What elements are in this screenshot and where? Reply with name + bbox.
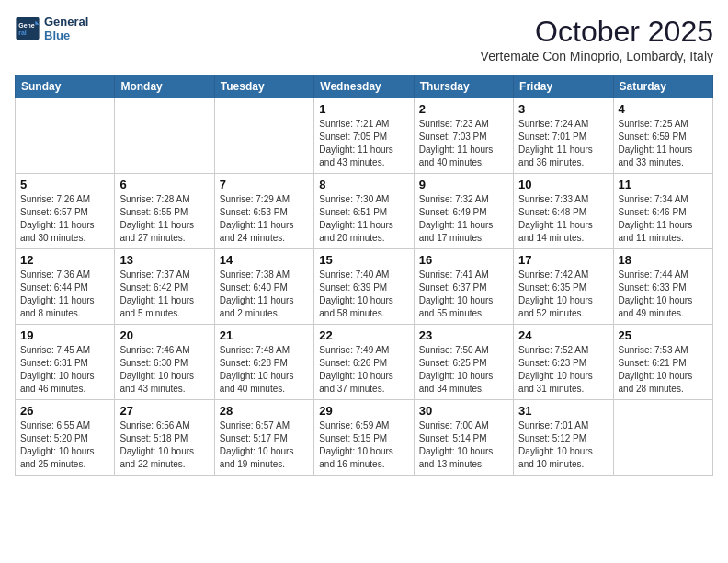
svg-text:Gene: Gene xyxy=(18,22,35,29)
weekday-header-tuesday: Tuesday xyxy=(214,75,313,98)
calendar-cell: 14Sunrise: 7:38 AM Sunset: 6:40 PM Dayli… xyxy=(214,249,313,325)
calendar-cell: 11Sunrise: 7:34 AM Sunset: 6:46 PM Dayli… xyxy=(613,174,712,249)
day-number: 9 xyxy=(419,178,508,191)
day-info: Sunrise: 6:57 AM Sunset: 5:17 PM Dayligh… xyxy=(220,419,309,471)
day-number: 18 xyxy=(619,253,708,267)
day-info: Sunrise: 7:00 AM Sunset: 5:14 PM Dayligh… xyxy=(419,419,508,471)
day-info: Sunrise: 7:40 AM Sunset: 6:39 PM Dayligh… xyxy=(319,269,408,320)
day-info: Sunrise: 7:49 AM Sunset: 6:26 PM Dayligh… xyxy=(319,344,408,396)
day-number: 4 xyxy=(619,102,708,116)
day-info: Sunrise: 7:46 AM Sunset: 6:30 PM Dayligh… xyxy=(119,344,209,396)
day-info: Sunrise: 7:33 AM Sunset: 6:48 PM Dayligh… xyxy=(518,193,608,245)
week-row-3: 12Sunrise: 7:36 AM Sunset: 6:44 PM Dayli… xyxy=(16,249,713,325)
day-info: Sunrise: 7:45 AM Sunset: 6:31 PM Dayligh… xyxy=(20,344,109,396)
day-number: 12 xyxy=(20,253,109,267)
day-info: Sunrise: 7:28 AM Sunset: 6:55 PM Dayligh… xyxy=(119,193,209,245)
day-info: Sunrise: 6:59 AM Sunset: 5:15 PM Dayligh… xyxy=(319,419,408,471)
day-number: 27 xyxy=(119,404,209,418)
day-number: 26 xyxy=(20,404,109,418)
weekday-header-sunday: Sunday xyxy=(16,75,115,98)
day-number: 15 xyxy=(319,253,408,267)
svg-text:ral: ral xyxy=(18,29,27,36)
day-info: Sunrise: 7:24 AM Sunset: 7:01 PM Dayligh… xyxy=(518,118,608,169)
day-number: 1 xyxy=(319,102,408,116)
weekday-header-thursday: Thursday xyxy=(414,75,513,98)
calendar-table: SundayMondayTuesdayWednesdayThursdayFrid… xyxy=(15,75,713,476)
calendar-cell: 22Sunrise: 7:49 AM Sunset: 6:26 PM Dayli… xyxy=(314,325,414,400)
day-number: 17 xyxy=(518,253,608,267)
calendar-cell: 8Sunrise: 7:30 AM Sunset: 6:51 PM Daylig… xyxy=(314,174,414,249)
day-number: 2 xyxy=(419,102,508,116)
calendar-cell: 9Sunrise: 7:32 AM Sunset: 6:49 PM Daylig… xyxy=(414,174,513,249)
logo-name: GeneralBlue xyxy=(44,15,88,42)
title-block: October 2025 Vertemate Con Minoprio, Lom… xyxy=(481,15,713,63)
day-number: 16 xyxy=(419,253,508,267)
calendar-cell: 3Sunrise: 7:24 AM Sunset: 7:01 PM Daylig… xyxy=(514,98,613,174)
week-row-2: 5Sunrise: 7:26 AM Sunset: 6:57 PM Daylig… xyxy=(16,174,713,249)
day-number: 25 xyxy=(619,328,708,342)
calendar-cell xyxy=(613,400,712,476)
day-number: 7 xyxy=(220,178,309,191)
calendar-cell: 29Sunrise: 6:59 AM Sunset: 5:15 PM Dayli… xyxy=(314,400,414,476)
day-info: Sunrise: 7:21 AM Sunset: 7:05 PM Dayligh… xyxy=(319,118,408,169)
day-number: 24 xyxy=(518,328,608,342)
day-info: Sunrise: 7:48 AM Sunset: 6:28 PM Dayligh… xyxy=(220,344,309,396)
weekday-header-wednesday: Wednesday xyxy=(314,75,414,98)
calendar-cell: 18Sunrise: 7:44 AM Sunset: 6:33 PM Dayli… xyxy=(613,249,712,325)
weekday-header-friday: Friday xyxy=(514,75,613,98)
weekday-header-monday: Monday xyxy=(115,75,214,98)
calendar-cell: 28Sunrise: 6:57 AM Sunset: 5:17 PM Dayli… xyxy=(214,400,313,476)
day-info: Sunrise: 6:55 AM Sunset: 5:20 PM Dayligh… xyxy=(20,419,109,471)
day-info: Sunrise: 7:41 AM Sunset: 6:37 PM Dayligh… xyxy=(419,269,508,320)
calendar-cell: 1Sunrise: 7:21 AM Sunset: 7:05 PM Daylig… xyxy=(314,98,414,174)
day-number: 22 xyxy=(319,328,408,342)
day-info: Sunrise: 7:26 AM Sunset: 6:57 PM Dayligh… xyxy=(20,193,109,245)
day-number: 19 xyxy=(20,328,109,342)
calendar-cell: 30Sunrise: 7:00 AM Sunset: 5:14 PM Dayli… xyxy=(414,400,513,476)
day-info: Sunrise: 7:01 AM Sunset: 5:12 PM Dayligh… xyxy=(518,419,608,471)
weekday-header-row: SundayMondayTuesdayWednesdayThursdayFrid… xyxy=(16,75,713,98)
month-title: October 2025 xyxy=(481,15,713,49)
day-info: Sunrise: 7:25 AM Sunset: 6:59 PM Dayligh… xyxy=(619,118,708,169)
calendar-cell: 7Sunrise: 7:29 AM Sunset: 6:53 PM Daylig… xyxy=(214,174,313,249)
day-info: Sunrise: 7:53 AM Sunset: 6:21 PM Dayligh… xyxy=(619,344,708,396)
day-number: 20 xyxy=(119,328,209,342)
day-number: 10 xyxy=(518,178,608,191)
day-number: 30 xyxy=(419,404,508,418)
calendar-cell xyxy=(115,98,214,174)
calendar-cell: 5Sunrise: 7:26 AM Sunset: 6:57 PM Daylig… xyxy=(16,174,115,249)
day-info: Sunrise: 7:32 AM Sunset: 6:49 PM Dayligh… xyxy=(419,193,508,245)
day-number: 31 xyxy=(518,404,608,418)
calendar-cell: 12Sunrise: 7:36 AM Sunset: 6:44 PM Dayli… xyxy=(16,249,115,325)
day-number: 5 xyxy=(20,178,109,191)
day-number: 28 xyxy=(220,404,309,418)
calendar-cell: 23Sunrise: 7:50 AM Sunset: 6:25 PM Dayli… xyxy=(414,325,513,400)
day-info: Sunrise: 7:44 AM Sunset: 6:33 PM Dayligh… xyxy=(619,269,708,320)
calendar-cell: 31Sunrise: 7:01 AM Sunset: 5:12 PM Dayli… xyxy=(514,400,613,476)
day-info: Sunrise: 7:23 AM Sunset: 7:03 PM Dayligh… xyxy=(419,118,508,169)
calendar-cell xyxy=(16,98,115,174)
calendar-cell: 4Sunrise: 7:25 AM Sunset: 6:59 PM Daylig… xyxy=(613,98,712,174)
day-info: Sunrise: 7:37 AM Sunset: 6:42 PM Dayligh… xyxy=(119,269,209,320)
calendar-cell: 13Sunrise: 7:37 AM Sunset: 6:42 PM Dayli… xyxy=(115,249,214,325)
day-number: 8 xyxy=(319,178,408,191)
day-number: 11 xyxy=(619,178,708,191)
day-info: Sunrise: 7:29 AM Sunset: 6:53 PM Dayligh… xyxy=(220,193,309,245)
calendar-cell: 2Sunrise: 7:23 AM Sunset: 7:03 PM Daylig… xyxy=(414,98,513,174)
day-info: Sunrise: 7:50 AM Sunset: 6:25 PM Dayligh… xyxy=(419,344,508,396)
logo: Gene ral GeneralBlue xyxy=(15,15,88,42)
day-number: 23 xyxy=(419,328,508,342)
day-info: Sunrise: 6:56 AM Sunset: 5:18 PM Dayligh… xyxy=(119,419,209,471)
calendar-cell: 10Sunrise: 7:33 AM Sunset: 6:48 PM Dayli… xyxy=(514,174,613,249)
calendar-cell: 25Sunrise: 7:53 AM Sunset: 6:21 PM Dayli… xyxy=(613,325,712,400)
calendar-cell: 19Sunrise: 7:45 AM Sunset: 6:31 PM Dayli… xyxy=(16,325,115,400)
calendar-cell: 20Sunrise: 7:46 AM Sunset: 6:30 PM Dayli… xyxy=(115,325,214,400)
day-number: 3 xyxy=(518,102,608,116)
day-info: Sunrise: 7:36 AM Sunset: 6:44 PM Dayligh… xyxy=(20,269,109,320)
day-number: 13 xyxy=(119,253,209,267)
weekday-header-saturday: Saturday xyxy=(613,75,712,98)
day-info: Sunrise: 7:34 AM Sunset: 6:46 PM Dayligh… xyxy=(619,193,708,245)
calendar-cell: 26Sunrise: 6:55 AM Sunset: 5:20 PM Dayli… xyxy=(16,400,115,476)
day-number: 21 xyxy=(220,328,309,342)
day-info: Sunrise: 7:52 AM Sunset: 6:23 PM Dayligh… xyxy=(518,344,608,396)
